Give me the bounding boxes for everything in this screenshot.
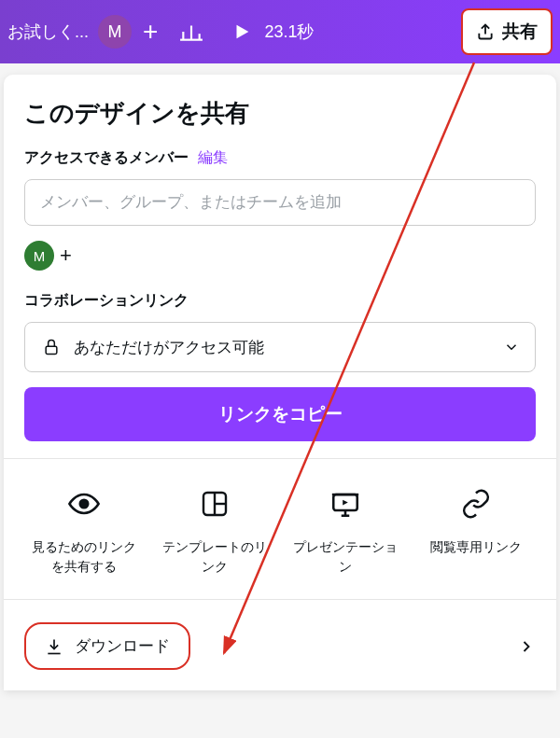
svg-marker-4 (237, 25, 249, 39)
divider (4, 458, 556, 459)
option-label: 閲覧専用リンク (430, 537, 522, 557)
user-avatar[interactable]: M (98, 15, 132, 49)
add-member-input[interactable] (24, 179, 536, 226)
chevron-down-icon (503, 339, 520, 355)
option-label: テンプレートのリンク (159, 537, 271, 577)
trial-text: お試しく... (7, 21, 92, 43)
share-panel: このデザインを共有 アクセスできるメンバー 編集 M + コラボレーションリンク… (4, 75, 556, 690)
access-members-label: アクセスできるメンバー (24, 148, 189, 168)
add-avatar-icon[interactable]: + (60, 244, 72, 268)
edit-access-link[interactable]: 編集 (198, 148, 228, 168)
download-icon (45, 637, 63, 656)
download-label: ダウンロード (75, 635, 170, 657)
access-members-row: アクセスできるメンバー 編集 (24, 148, 536, 168)
option-label: プレゼンテーション (289, 537, 401, 577)
view-link-option[interactable]: 見るためのリンクを共有する (28, 483, 140, 577)
access-level-select[interactable]: あなただけがアクセス可能 (24, 322, 536, 372)
lock-icon (40, 336, 63, 358)
option-label: 見るためのリンクを共有する (28, 537, 140, 577)
eye-icon (63, 483, 105, 524)
svg-point-6 (80, 500, 89, 508)
link-icon (455, 483, 497, 524)
readonly-link-option[interactable]: 閲覧専用リンク (420, 483, 532, 577)
presentation-option[interactable]: プレゼンテーション (289, 483, 401, 577)
template-icon (194, 483, 235, 524)
access-level-text: あなただけがアクセス可能 (74, 337, 264, 358)
upload-icon (476, 22, 495, 41)
download-row[interactable]: ダウンロード (24, 617, 536, 675)
panel-title: このデザインを共有 (24, 97, 536, 130)
play-icon[interactable] (225, 15, 259, 49)
chevron-right-icon (517, 637, 536, 656)
copy-link-button[interactable]: リンクをコピー (24, 387, 536, 441)
share-button-label: 共有 (502, 20, 538, 44)
presentation-icon (325, 483, 366, 524)
svg-rect-5 (46, 346, 57, 354)
member-avatar-row: M + (24, 241, 536, 271)
share-options-row: 見るためのリンクを共有する テンプレートのリンク (24, 483, 536, 577)
add-member-icon[interactable]: + (137, 17, 163, 47)
duration-text: 23.1秒 (264, 21, 314, 43)
top-bar: お試しく... M + 23.1秒 共有 (0, 0, 560, 63)
member-avatar[interactable]: M (24, 241, 54, 271)
template-link-option[interactable]: テンプレートのリンク (159, 483, 271, 577)
download-button[interactable]: ダウンロード (24, 622, 190, 670)
svg-marker-12 (343, 500, 348, 506)
collab-link-label: コラボレーションリンク (24, 291, 536, 311)
divider (4, 599, 556, 600)
share-button[interactable]: 共有 (461, 8, 553, 55)
analytics-icon[interactable] (169, 9, 214, 54)
